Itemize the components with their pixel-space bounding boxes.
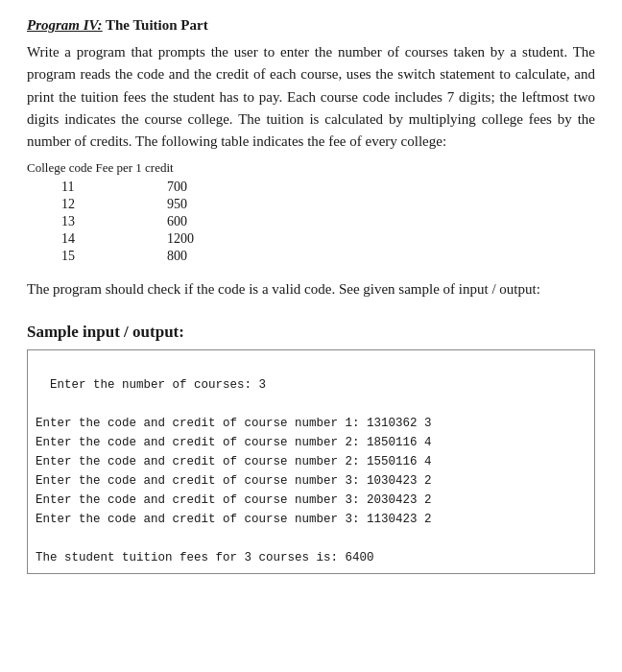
check-text: The program should check if the code is … [27, 278, 595, 300]
fee-table: 11700129501360014120015800 [61, 179, 196, 265]
college-code-cell: 11 [61, 179, 119, 196]
table-header: College code Fee per 1 credit [27, 160, 595, 176]
fee-cell: 950 [119, 196, 196, 213]
table-section: College code Fee per 1 credit 1170012950… [27, 160, 595, 265]
table-row: 11700 [61, 179, 196, 196]
table-row: 12950 [61, 196, 196, 213]
fee-cell: 800 [119, 248, 196, 265]
college-code-cell: 12 [61, 196, 119, 213]
fee-cell: 600 [119, 213, 196, 230]
program-title: Program IV: The Tuition Part [27, 17, 595, 34]
table-row: 141200 [61, 230, 196, 248]
table-row: 13600 [61, 213, 196, 230]
college-code-cell: 15 [61, 248, 119, 265]
sample-header: Sample input / output: [27, 323, 595, 342]
fee-cell: 700 [119, 179, 196, 196]
table-row: 15800 [61, 248, 196, 265]
fee-cell: 1200 [119, 230, 196, 248]
code-box: Enter the number of courses: 3 Enter the… [27, 349, 595, 574]
college-code-cell: 14 [61, 230, 119, 248]
intro-paragraph: Write a program that prompts the user to… [27, 41, 595, 153]
college-code-cell: 13 [61, 213, 119, 230]
